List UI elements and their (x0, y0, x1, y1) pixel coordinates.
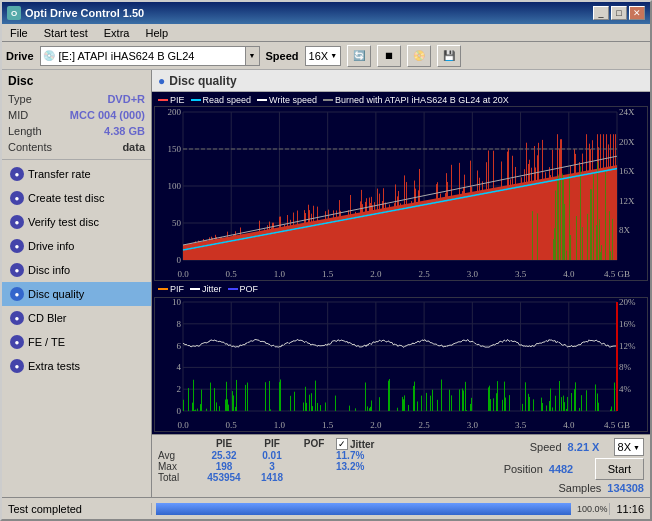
stats-header-pif: PIF (252, 438, 292, 450)
legend-pif-label: PIF (170, 284, 184, 294)
title-bar-left: O Opti Drive Control 1.50 (7, 6, 144, 20)
content-area: ● Disc quality PIE Read speed (152, 70, 650, 497)
stats-table: PIE PIF POF ✓ Jitter Avg 25.32 0.01 11 (158, 438, 396, 483)
nav-disc-info[interactable]: ● Disc info (2, 258, 151, 282)
close-button[interactable]: ✕ (629, 6, 645, 20)
nav-label-quality: Disc quality (28, 288, 84, 300)
stats-header-pie: PIE (198, 438, 250, 450)
legend-pof: POF (228, 284, 259, 294)
stats-avg-label: Avg (158, 450, 196, 461)
disc-contents-value: data (122, 139, 145, 155)
app-icon: O (7, 6, 21, 20)
speed-label: Speed (266, 50, 299, 62)
disc-title: Disc (8, 74, 145, 88)
speed-result-select[interactable]: 8X ▼ (614, 438, 644, 456)
stats-max-pof (294, 461, 334, 472)
drive-select-box[interactable]: 💿 [E:] ATAPI iHAS624 B GL24 ▼ (40, 46, 260, 66)
refresh-button[interactable]: 🔄 (347, 45, 371, 67)
stats-max-pif: 3 (252, 461, 292, 472)
nav-cd-bler[interactable]: ● CD Bler (2, 306, 151, 330)
nav-label-extra: Extra tests (28, 360, 80, 372)
nav-icon-fete: ● (10, 335, 24, 349)
stats-total-pie: 453954 (198, 472, 250, 483)
drive-value: [E:] ATAPI iHAS624 B GL24 (57, 50, 245, 62)
menu-start-test[interactable]: Start test (40, 27, 92, 39)
nav-icon-verify: ● (10, 215, 24, 229)
status-bar: Test completed 100.0% 11:16 (2, 497, 650, 519)
speed-result-label: Speed (530, 441, 562, 453)
top-chart (154, 106, 648, 281)
speed-select-arrow: ▼ (633, 444, 640, 451)
drive-dropdown-arrow[interactable]: ▼ (245, 47, 259, 65)
nav-icon-extra: ● (10, 359, 24, 373)
legend-pie-label: PIE (170, 95, 185, 105)
disc-length-value: 4.38 GB (104, 123, 145, 139)
stats-total-label: Total (158, 472, 196, 483)
legend-pie: PIE (158, 95, 185, 105)
nav-transfer-rate[interactable]: ● Transfer rate (2, 162, 151, 186)
nav-label-create: Create test disc (28, 192, 104, 204)
samples-row: Samples 134308 (558, 482, 644, 494)
legend-burned-label: Burned with ATAPI iHAS624 B GL24 at 20X (335, 95, 509, 105)
nav-create-test[interactable]: ● Create test disc (2, 186, 151, 210)
nav-icon-cdbler: ● (10, 311, 24, 325)
nav-fe-te[interactable]: ● FE / TE (2, 330, 151, 354)
nav-extra-tests[interactable]: ● Extra tests (2, 354, 151, 378)
disc-contents-row: Contents data (8, 139, 145, 155)
stats-grid: PIE PIF POF ✓ Jitter Avg 25.32 0.01 11 (158, 438, 396, 483)
samples-value: 134308 (607, 482, 644, 494)
charts-container: PIE Read speed Write speed Burned with A… (152, 92, 650, 434)
disc-section: Disc Type DVD+R MID MCC 004 (000) Length… (2, 70, 151, 160)
menu-help[interactable]: Help (141, 27, 172, 39)
main-window: O Opti Drive Control 1.50 _ □ ✕ File Sta… (0, 0, 652, 521)
menu-file[interactable]: File (6, 27, 32, 39)
speed-select-box[interactable]: 16X ▼ (305, 46, 342, 66)
speed-select-value: 8X (618, 441, 631, 453)
nav-items: ● Transfer rate ● Create test disc ● Ver… (2, 160, 151, 497)
stats-avg-pof (294, 450, 334, 461)
nav-verify-test[interactable]: ● Verify test disc (2, 210, 151, 234)
stats-left: PIE PIF POF ✓ Jitter Avg 25.32 0.01 11 (158, 438, 396, 494)
stats-header-pof: POF (294, 438, 334, 450)
start-button[interactable]: Start (595, 458, 644, 480)
status-time: 11:16 (609, 503, 650, 515)
nav-label-cdbler: CD Bler (28, 312, 67, 324)
disc-length-label: Length (8, 123, 42, 139)
legend-pif: PIF (158, 284, 184, 294)
nav-label-transfer: Transfer rate (28, 168, 91, 180)
speed-dropdown-arrow: ▼ (330, 52, 337, 59)
nav-icon-drive: ● (10, 239, 24, 253)
stats-max-label: Max (158, 461, 196, 472)
eject-button[interactable]: 📀 (407, 45, 431, 67)
legend-write: Write speed (257, 95, 317, 105)
stats-max-jitter: 13.2% (336, 461, 396, 472)
status-text: Test completed (2, 503, 152, 515)
nav-drive-info[interactable]: ● Drive info (2, 234, 151, 258)
stop-button[interactable]: ⏹ (377, 45, 401, 67)
minimize-button[interactable]: _ (593, 6, 609, 20)
stats-header-jitter: Jitter (350, 439, 374, 450)
nav-label-verify: Verify test disc (28, 216, 99, 228)
save-button[interactable]: 💾 (437, 45, 461, 67)
title-bar-buttons: _ □ ✕ (593, 6, 645, 20)
jitter-checkbox[interactable]: ✓ (336, 438, 348, 450)
disc-length-row: Length 4.38 GB (8, 123, 145, 139)
legend-jitter: Jitter (190, 284, 222, 294)
nav-label-drive: Drive info (28, 240, 74, 252)
nav-disc-quality[interactable]: ● Disc quality (2, 282, 151, 306)
nav-icon-create: ● (10, 191, 24, 205)
disc-type-label: Type (8, 91, 32, 107)
status-progress-bar (156, 503, 571, 515)
maximize-button[interactable]: □ (611, 6, 627, 20)
speed-value: 16X (309, 50, 329, 62)
disc-type-row: Type DVD+R (8, 91, 145, 107)
stats-total-jitter (336, 472, 396, 483)
stats-jitter-header: ✓ Jitter (336, 438, 396, 450)
top-chart-legend: PIE Read speed Write speed Burned with A… (154, 94, 648, 106)
drive-bar: Drive 💿 [E:] ATAPI iHAS624 B GL24 ▼ Spee… (2, 42, 650, 70)
legend-write-label: Write speed (269, 95, 317, 105)
samples-label: Samples (558, 482, 601, 494)
speed-row: Speed 8.21 X 8X ▼ (530, 438, 644, 456)
menu-extra[interactable]: Extra (100, 27, 134, 39)
status-progress-container (156, 503, 571, 515)
